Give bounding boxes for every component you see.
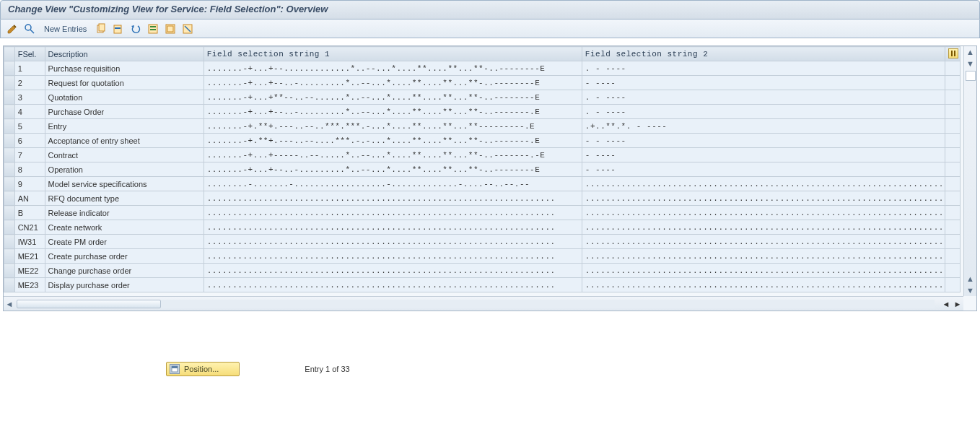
row-selector[interactable] (4, 235, 15, 249)
cell-string1[interactable]: .......-+.**+.---..--....***.-.-...*....… (204, 134, 582, 148)
cell-fsel[interactable]: AN (14, 191, 45, 206)
cell-description[interactable]: Entry (45, 119, 204, 134)
cell-string2[interactable]: ........................................… (582, 264, 945, 278)
row-selector[interactable] (4, 90, 15, 105)
cell-string2[interactable]: ........................................… (582, 278, 945, 292)
configure-columns-button[interactable] (945, 47, 961, 61)
cell-fsel[interactable]: 8 (14, 162, 45, 177)
cell-string2[interactable]: - ---- (582, 76, 945, 90)
new-entries-button[interactable]: New Entries (40, 25, 91, 33)
cell-string1[interactable]: ........................................… (204, 191, 582, 206)
cell-description[interactable]: Contract (45, 148, 204, 162)
row-selector[interactable] (4, 249, 15, 264)
cell-string1[interactable]: .......-+...+--..-.........*..--...*....… (204, 162, 582, 177)
cell-fsel[interactable]: CN21 (14, 220, 45, 235)
col-header-fsel[interactable]: FSel. (14, 47, 45, 61)
cell-description[interactable]: Quotation (45, 90, 204, 105)
cell-string2[interactable]: - - ---- (582, 134, 945, 148)
row-selector[interactable] (4, 148, 15, 162)
row-selector[interactable] (4, 105, 15, 119)
cell-description[interactable]: Create PM order (45, 235, 204, 249)
cell-string1[interactable]: .......-+...+--.............*..--...*...… (204, 61, 582, 76)
cell-description[interactable]: Create purchase order (45, 249, 204, 264)
cell-string1[interactable]: .......-+.**+.---..--..***.***.-...*....… (204, 119, 582, 134)
cell-string2[interactable]: ........................................… (582, 249, 945, 264)
select-block-icon[interactable] (163, 22, 178, 36)
cell-fsel[interactable]: 2 (14, 76, 45, 90)
cell-fsel[interactable]: 5 (14, 119, 45, 134)
cell-fsel[interactable]: 9 (14, 177, 45, 191)
cell-string2[interactable]: - ---- (582, 162, 945, 177)
cell-fsel[interactable]: ME23 (14, 278, 45, 292)
row-selector[interactable] (4, 206, 15, 220)
scroll-up-small-icon[interactable]: ▲ (965, 273, 976, 285)
cell-fsel[interactable]: 4 (14, 105, 45, 119)
col-header-string2[interactable]: Field selection string 2 (582, 47, 945, 61)
scroll-down-icon[interactable]: ▼ (965, 285, 976, 296)
cell-string1[interactable]: .......-+...+**--..--......*..--...*....… (204, 90, 582, 105)
cell-fsel[interactable]: 7 (14, 148, 45, 162)
undo-icon[interactable] (128, 22, 143, 36)
cell-string1[interactable]: ........................................… (204, 235, 582, 249)
cell-string2[interactable]: ........................................… (582, 191, 945, 206)
toggle-change-icon[interactable] (5, 22, 19, 36)
cell-description[interactable]: Purchase requisition (45, 61, 204, 76)
scroll-down-small-icon[interactable]: ▼ (965, 58, 976, 69)
cell-string2[interactable]: .+..**.*. - ---- (582, 119, 945, 134)
cell-description[interactable]: Display purchase order (45, 278, 204, 292)
cell-fsel[interactable]: ME22 (14, 264, 45, 278)
cell-string2[interactable]: ........................................… (582, 177, 945, 191)
row-selector[interactable] (4, 191, 15, 206)
hscroll-thumb[interactable] (17, 300, 161, 308)
cell-string2[interactable]: ........................................… (582, 206, 945, 220)
row-selector[interactable] (4, 76, 15, 90)
row-selector[interactable] (4, 220, 15, 235)
scroll-up-icon[interactable]: ▲ (965, 46, 976, 58)
col-header-description[interactable]: Description (45, 47, 204, 61)
row-selector[interactable] (4, 278, 15, 292)
cell-fsel[interactable]: 3 (14, 90, 45, 105)
deselect-all-icon[interactable] (180, 22, 195, 36)
cell-string2[interactable]: . - ---- (582, 90, 945, 105)
position-button[interactable]: Position... (166, 362, 240, 376)
row-selector[interactable] (4, 264, 15, 278)
cell-string1[interactable]: ........................................… (204, 206, 582, 220)
cell-fsel[interactable]: 6 (14, 134, 45, 148)
cell-description[interactable]: Request for quotation (45, 76, 204, 90)
cell-string1[interactable]: .......-+...+--..-.........*..--...*....… (204, 76, 582, 90)
other-entry-icon[interactable] (22, 22, 37, 36)
cell-description[interactable]: RFQ document type (45, 191, 204, 206)
cell-description[interactable]: Acceptance of entry sheet (45, 134, 204, 148)
row-selector[interactable] (4, 134, 15, 148)
cell-string2[interactable]: ........................................… (582, 220, 945, 235)
row-selector-header[interactable] (4, 47, 15, 61)
cell-fsel[interactable]: ME21 (14, 249, 45, 264)
copy-as-icon[interactable] (94, 22, 108, 36)
cell-fsel[interactable]: IW31 (14, 235, 45, 249)
row-selector[interactable] (4, 61, 15, 76)
cell-string1[interactable]: .......-+...+--..-.........*..--...*....… (204, 105, 582, 119)
cell-string1[interactable]: ........................................… (204, 220, 582, 235)
cell-fsel[interactable]: 1 (14, 61, 45, 76)
cell-description[interactable]: Change purchase order (45, 264, 204, 278)
table-settings-icon[interactable] (948, 48, 958, 58)
cell-description[interactable]: Operation (45, 162, 204, 177)
vertical-scrollbar[interactable]: ▲ ▼ ▲ ▼ (963, 46, 976, 296)
scroll-left2-icon[interactable]: ◄ (940, 300, 952, 308)
row-selector[interactable] (4, 162, 15, 177)
scroll-right-icon[interactable]: ► (952, 300, 963, 308)
cell-fsel[interactable]: B (14, 206, 45, 220)
delete-icon[interactable] (111, 22, 126, 36)
cell-description[interactable]: Model service specifications (45, 177, 204, 191)
cell-string1[interactable]: ........-.......-..................-....… (204, 177, 582, 191)
row-selector[interactable] (4, 177, 15, 191)
cell-string2[interactable]: . - ---- (582, 105, 945, 119)
scroll-left-icon[interactable]: ◄ (4, 298, 15, 311)
horizontal-scrollbar[interactable]: ◄ (4, 296, 963, 311)
row-selector[interactable] (4, 119, 15, 134)
cell-string1[interactable]: ........................................… (204, 264, 582, 278)
cell-string1[interactable]: ........................................… (204, 278, 582, 292)
select-all-icon[interactable] (146, 22, 160, 36)
cell-description[interactable]: Release indicator (45, 206, 204, 220)
cell-string1[interactable]: ........................................… (204, 249, 582, 264)
